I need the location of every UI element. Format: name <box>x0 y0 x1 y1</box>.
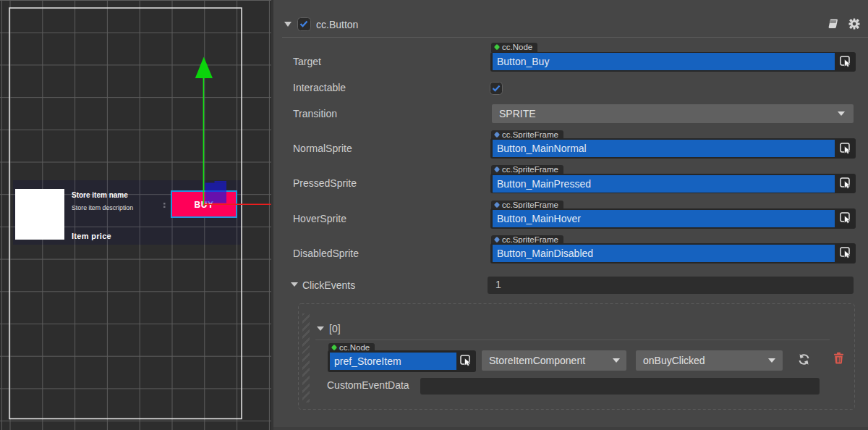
svg-text:Item price: Item price <box>72 232 111 240</box>
svg-text:Store item name: Store item name <box>72 191 128 199</box>
svg-text:Store item description: Store item description <box>72 204 133 211</box>
